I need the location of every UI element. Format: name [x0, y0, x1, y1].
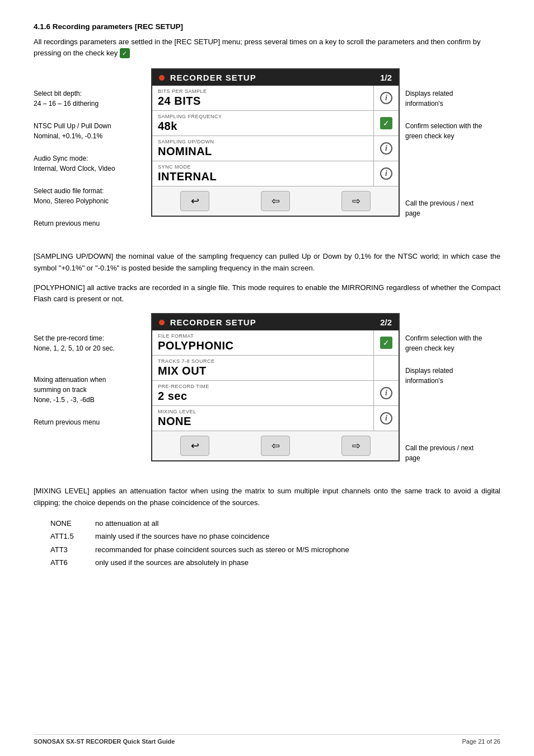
panel1-right-label-2: Confirm selection with thegreen check ke… — [405, 121, 500, 141]
bullet-desc-1: no attenuation at all — [95, 517, 158, 530]
panel2-left-label-2: Mixing attenuation whensumming on trackN… — [34, 375, 151, 405]
panel1-row-3-value: NOMINAL — [158, 145, 368, 158]
panel2-row-1-content: FILE FORMAT POLYPHONIC — [152, 330, 374, 355]
panel2-header: RECORDER SETUP 2/2 — [152, 314, 399, 330]
info-icon-p2-3: i — [380, 387, 392, 399]
body-text-2: [POLYPHONIC] all active tracks are recor… — [34, 282, 500, 306]
panel1-row-1-label: BITS PER SAMPLE — [158, 88, 368, 94]
panel2-nav-row: ↩ ⇦ ⇨ — [152, 431, 399, 460]
panel2-row-3-label: PRE-RECORD TIME — [158, 384, 368, 389]
panel2-right-nav-label: Call the previous / nextpage — [405, 443, 500, 463]
panel2-row-3-content: PRE-RECORD TIME 2 sec — [152, 381, 374, 405]
recorder-panel-2: RECORDER SETUP 2/2 FILE FORMAT POLYPHONI… — [151, 313, 400, 461]
bullet-desc-3: recommanded for phase coincident sources… — [95, 543, 349, 556]
bullet-code-2: ATT1.5 — [50, 530, 84, 543]
return-arrow-icon-2: ↩ — [191, 440, 199, 452]
panel1-row-3-content: SAMPLING UP/DOWN NOMINAL — [152, 136, 374, 161]
panel1-return-btn[interactable]: ↩ — [180, 191, 209, 211]
panel2-right-label-4 — [405, 421, 500, 431]
info-icon-1: i — [380, 92, 392, 104]
panel2-row-3: PRE-RECORD TIME 2 sec i — [152, 381, 399, 406]
right-arrow-icon: ⇨ — [352, 195, 360, 207]
panel2-return-btn[interactable]: ↩ — [180, 436, 209, 456]
panel1-next-btn[interactable]: ⇨ — [341, 191, 371, 211]
bullet-desc-2: mainly used if the sources have no phase… — [95, 530, 269, 543]
check-icon-2: ✓ — [380, 117, 392, 129]
panel2-wrapper: Set the pre-record time:None, 1, 2, 5, 1… — [34, 313, 500, 475]
panel1-row-4-label: SYNC MODE — [158, 164, 368, 170]
panel1-dot — [159, 75, 165, 81]
return-arrow-icon: ↩ — [191, 195, 199, 207]
panel1-right-labels: Displays relatedinformation's Confirm se… — [400, 68, 500, 231]
panel2-left-labels: Set the pre-record time:None, 1, 2, 5, 1… — [34, 313, 151, 440]
panel2-dot — [159, 320, 165, 325]
panel1-row-3-label: SAMPLING UP/DOWN — [158, 139, 368, 144]
panel2-right-label-1: Confirm selection with thegreen check ke… — [405, 333, 500, 353]
right-arrow-icon-2: ⇨ — [352, 440, 360, 452]
panel2-page-num: 2/2 — [380, 318, 392, 327]
footer: SONOSAX SX-ST RECORDER Quick Start Guide… — [34, 734, 500, 745]
panel2-header-title: RECORDER SETUP — [159, 318, 256, 327]
bullet-item-1: NONE no attenuation at all — [50, 517, 500, 530]
panel2-row-1-label: FILE FORMAT — [158, 333, 368, 339]
bullet-desc-4: only used if the sources are absolutely … — [95, 556, 249, 569]
panel1-left-label-2: NTSC Pull Up / Pull DownNominal, +0.1%, … — [34, 121, 151, 141]
panel1-row-4-value: INTERNAL — [158, 170, 368, 183]
bullet-item-4: ATT6 only used if the sources are absolu… — [50, 556, 500, 569]
recorder-panel-1: RECORDER SETUP 1/2 BITS PER SAMPLE 24 BI… — [151, 68, 400, 217]
bullet-code-1: NONE — [50, 517, 84, 530]
bullet-list: NONE no attenuation at all ATT1.5 mainly… — [50, 517, 500, 570]
panel1-row-4: SYNC MODE INTERNAL i — [152, 161, 399, 186]
left-arrow-icon-2: ⇦ — [271, 440, 280, 452]
bullet-code-3: ATT3 — [50, 543, 84, 556]
left-arrow-icon: ⇦ — [271, 195, 280, 207]
panel2-prev-btn[interactable]: ⇦ — [261, 436, 290, 456]
panel1-nav-row: ↩ ⇦ ⇨ — [152, 186, 399, 216]
panel1-wrapper: Select bit depth:24 – 16 – 16 dithering … — [34, 68, 500, 241]
panel1-row-1-value: 24 BITS — [158, 95, 368, 108]
panel2-right-label-2: Displays relatedinformation's — [405, 366, 500, 386]
body-text-3: [MIXING LEVEL] applies an attenuation fa… — [34, 486, 500, 509]
panel2-left-label-1: Set the pre-record time:None, 1, 2, 5, 1… — [34, 333, 151, 353]
panel2-row-3-icon: i — [374, 381, 399, 405]
panel2-row-2-label: TRACKS 7-8 SOURCE — [158, 358, 368, 364]
panel2-row-1-value: POLYPHONIC — [158, 339, 368, 352]
section-title: 4.1.6 Recording parameters [REC SETUP] — [34, 22, 500, 31]
panel1-right-label-4 — [405, 176, 500, 186]
panel2-row-1: FILE FORMAT POLYPHONIC ✓ — [152, 330, 399, 356]
panel1-header-title: RECORDER SETUP — [159, 73, 256, 82]
panel1-row-2: SAMPLING FREQUENCY 48k ✓ — [152, 111, 399, 136]
panel1-header: RECORDER SETUP 1/2 — [152, 69, 399, 86]
info-icon-4: i — [380, 167, 392, 180]
panel2-row-1-icon: ✓ — [374, 330, 399, 355]
panel2-next-btn[interactable]: ⇨ — [341, 436, 371, 456]
panel2-title: RECORDER SETUP — [170, 318, 256, 327]
panel2-row-4-icon: i — [374, 406, 399, 431]
panel2-row-2-value: MIX OUT — [158, 365, 368, 377]
panel2-row-4: MIXING LEVEL NONE i — [152, 406, 399, 431]
panel1-row-3: SAMPLING UP/DOWN NOMINAL i — [152, 136, 399, 161]
panel2-right-label-3 — [405, 398, 500, 408]
bullet-item-2: ATT1.5 mainly used if the sources have n… — [50, 530, 500, 543]
panel1-row-1-content: BITS PER SAMPLE 24 BITS — [152, 86, 374, 110]
panel1-row-4-content: SYNC MODE INTERNAL — [152, 161, 374, 186]
panel1-page-num: 1/2 — [380, 73, 392, 82]
info-icon-p2-4: i — [380, 412, 392, 424]
panel1-row-4-icon: i — [374, 161, 399, 186]
check-icon-p2-1: ✓ — [380, 337, 392, 349]
panel2-row-2: TRACKS 7-8 SOURCE MIX OUT — [152, 356, 399, 381]
panel1-left-label-1: Select bit depth:24 – 16 – 16 dithering — [34, 88, 151, 109]
panel1-row-1-icon: i — [374, 86, 399, 110]
info-icon-3: i — [380, 142, 392, 155]
panel2-left-label-return: Return previous menu — [34, 417, 151, 427]
panel2-row-4-value: NONE — [158, 415, 368, 428]
panel1-right-nav-label: Call the previous / nextpage — [405, 198, 500, 218]
bullet-item-3: ATT3 recommanded for phase coincident so… — [50, 543, 500, 556]
panel1-title: RECORDER SETUP — [170, 73, 256, 82]
panel2-right-labels: Confirm selection with thegreen check ke… — [400, 313, 500, 475]
panel2-row-2-icon — [374, 356, 399, 380]
panel1-left-label-3: Audio Sync mode:Internal, Word Clock, Vi… — [34, 153, 151, 174]
panel1-prev-btn[interactable]: ⇦ — [261, 191, 290, 211]
panel1-row-2-content: SAMPLING FREQUENCY 48k — [152, 111, 374, 136]
panel1-left-labels: Select bit depth:24 – 16 – 16 dithering … — [34, 68, 151, 241]
